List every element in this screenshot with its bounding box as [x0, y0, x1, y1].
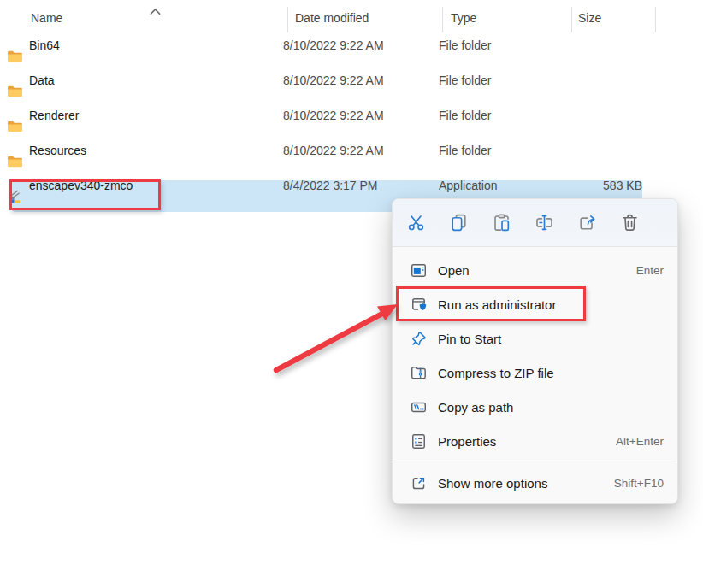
- menu-item-label: Pin to Start: [438, 332, 501, 346]
- pin-icon: [410, 330, 428, 348]
- menu-item-shortcut: Enter: [636, 264, 664, 277]
- properties-icon: [410, 432, 428, 450]
- column-header-date-modified[interactable]: Date modified: [295, 11, 369, 25]
- file-name: Bin64: [29, 38, 60, 52]
- file-row-renderer[interactable]: Renderer 8/10/2022 9:22 AM File folder: [0, 109, 676, 144]
- file-date-modified: 8/10/2022 9:22 AM: [283, 109, 384, 122]
- column-separator[interactable]: [287, 7, 288, 32]
- file-row-data[interactable]: Data 8/10/2022 9:22 AM File folder: [0, 74, 676, 109]
- run-as-administrator-shield-icon: [410, 296, 428, 314]
- file-type: File folder: [439, 74, 491, 87]
- menu-item-label: Run as administrator: [438, 297, 556, 312]
- menu-item-shortcut: Shift+F10: [614, 477, 664, 490]
- column-separator[interactable]: [442, 7, 443, 32]
- menu-item-copy-as-path[interactable]: Copy as path: [393, 390, 677, 424]
- context-menu-toolbar: [393, 199, 677, 247]
- folder-icon: [7, 119, 23, 133]
- share-icon[interactable]: [565, 204, 608, 242]
- column-separator[interactable]: [655, 7, 656, 32]
- file-date-modified: 8/10/2022 9:22 AM: [283, 38, 384, 52]
- file-explorer-view: Name Date modified Type Size Bin64 8/10/…: [0, 0, 703, 588]
- file-name: Resources: [29, 144, 86, 157]
- column-header-size[interactable]: Size: [578, 11, 601, 25]
- file-type: File folder: [439, 144, 491, 157]
- sort-ascending-caret-icon: [149, 8, 162, 16]
- folder-icon: [7, 49, 23, 63]
- copy-as-path-icon: [410, 398, 428, 416]
- application-installer-icon: [7, 189, 23, 203]
- paste-icon[interactable]: [480, 204, 523, 242]
- open-icon: [410, 262, 428, 279]
- file-date-modified: 8/10/2022 9:22 AM: [283, 144, 384, 157]
- column-header-name[interactable]: Name: [31, 11, 62, 25]
- menu-item-properties[interactable]: Properties Alt+Enter: [393, 424, 677, 458]
- menu-item-open[interactable]: Open Enter: [393, 253, 677, 287]
- menu-item-shortcut: Alt+Enter: [616, 435, 664, 448]
- file-type: File folder: [439, 38, 491, 52]
- context-menu-items: Open Enter Run as administrator Pin to S…: [393, 247, 677, 503]
- menu-divider: [393, 462, 676, 462]
- file-size: 583 KB: [530, 179, 642, 192]
- menu-item-pin-to-start[interactable]: Pin to Start: [393, 321, 677, 356]
- menu-item-label: Show more options: [438, 476, 547, 491]
- file-row-resources[interactable]: Resources 8/10/2022 9:22 AM File folder: [0, 144, 676, 179]
- file-type: File folder: [439, 109, 491, 122]
- context-menu: Open Enter Run as administrator Pin to S…: [392, 198, 678, 504]
- show-more-options-icon: [410, 474, 428, 492]
- menu-item-run-as-administrator[interactable]: Run as administrator: [393, 287, 677, 321]
- file-date-modified: 8/10/2022 9:22 AM: [283, 74, 384, 87]
- folder-icon: [7, 154, 23, 168]
- rename-icon[interactable]: [523, 204, 565, 242]
- menu-item-label: Compress to ZIP file: [438, 366, 554, 380]
- folder-icon: [7, 84, 23, 98]
- copy-icon[interactable]: [437, 204, 480, 242]
- column-header-type[interactable]: Type: [451, 11, 476, 25]
- menu-item-label: Properties: [438, 434, 496, 449]
- menu-item-label: Copy as path: [438, 400, 513, 415]
- file-name: Data: [29, 74, 55, 87]
- file-name: Renderer: [29, 109, 79, 122]
- file-name: enscapev340-zmco: [29, 179, 133, 192]
- file-row-bin64[interactable]: Bin64 8/10/2022 9:22 AM File folder: [0, 38, 676, 74]
- zip-folder-icon: [410, 364, 428, 382]
- menu-item-show-more-options[interactable]: Show more options Shift+F10: [393, 466, 677, 500]
- cut-icon[interactable]: [394, 204, 437, 242]
- delete-icon[interactable]: [608, 204, 651, 242]
- menu-item-label: Open: [438, 263, 470, 278]
- menu-item-compress-to-zip[interactable]: Compress to ZIP file: [393, 356, 677, 390]
- file-date-modified: 8/4/2022 3:17 PM: [283, 179, 378, 192]
- column-separator[interactable]: [571, 7, 572, 32]
- file-type: Application: [439, 179, 498, 192]
- column-header-row: Name Date modified Type Size: [0, 5, 703, 32]
